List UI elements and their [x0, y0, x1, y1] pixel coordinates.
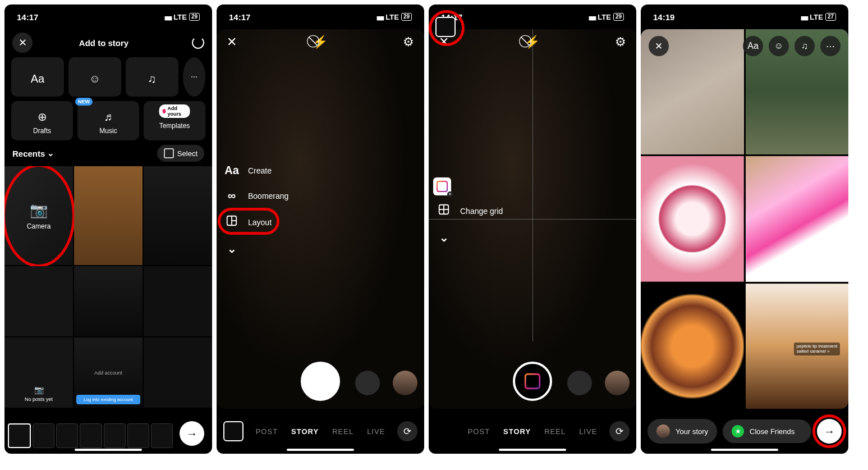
shutter-button[interactable]	[513, 362, 552, 401]
remove-layout-icon[interactable]: ✕	[447, 191, 453, 197]
send-button[interactable]: →	[817, 419, 842, 444]
effect-circle[interactable]	[567, 371, 592, 395]
gallery-item[interactable]	[74, 266, 143, 336]
music-tile[interactable]: NEW ♬ Music	[77, 101, 139, 140]
text-aa-icon: Aa	[224, 164, 239, 177]
layout-cell[interactable]	[746, 156, 849, 281]
gallery-item[interactable]: 📷No posts yet	[4, 337, 73, 408]
network-label: LTE	[598, 13, 611, 21]
highlight-ring	[429, 10, 465, 46]
layout-option[interactable]: Layout	[224, 215, 288, 230]
your-story-button[interactable]: Your story	[647, 419, 717, 444]
status-time: 14:17	[17, 12, 38, 22]
music-note-icon: ♫	[801, 41, 808, 51]
flash-icon[interactable]: ⚡⃠	[313, 35, 328, 49]
status-right: LTE 29	[164, 13, 200, 21]
next-button[interactable]: →	[180, 421, 204, 446]
mode-story[interactable]: STORY	[291, 427, 319, 436]
more-icon: ⋯	[826, 41, 835, 52]
page-title: Add to story	[21, 38, 186, 48]
text-aa-icon: Aa	[747, 41, 759, 51]
templates-tile[interactable]: Add yours Templates	[144, 101, 205, 140]
select-button[interactable]: Select	[157, 145, 204, 162]
drafts-tile[interactable]: ⊕ Drafts	[11, 101, 73, 140]
flip-camera-button[interactable]: ⟳	[397, 421, 417, 441]
create-option[interactable]: AaCreate	[224, 164, 288, 177]
music-note-tile[interactable]: ♫	[126, 57, 178, 97]
flip-camera-button[interactable]: ⟳	[609, 421, 630, 441]
gallery-thumb[interactable]	[435, 17, 456, 37]
signal-icon	[164, 13, 171, 21]
mode-post[interactable]: POST	[468, 427, 490, 436]
gallery-item[interactable]: Add account Log into existing account	[74, 337, 143, 408]
product-tag[interactable]: peptide lip treatmentsalted caramel >	[794, 343, 841, 356]
recents-dropdown[interactable]: Recents⌄	[12, 148, 54, 158]
infinity-icon: ∞	[224, 189, 239, 202]
switch-camera-preview[interactable]	[393, 371, 417, 395]
gallery-item[interactable]	[144, 266, 212, 336]
settings-icon[interactable]: ⚙	[615, 35, 626, 49]
star-icon: ★	[732, 425, 744, 437]
login-label: Log into existing account	[76, 395, 140, 404]
gallery-thumb[interactable]	[223, 421, 244, 441]
gallery-item[interactable]	[4, 266, 73, 336]
shutter-button[interactable]	[301, 362, 340, 401]
layout-active-icon[interactable]: ✕	[433, 177, 451, 195]
drafts-icon: ⊕	[38, 110, 47, 124]
home-indicator	[499, 449, 566, 451]
close-button[interactable]: ✕	[227, 35, 237, 49]
battery-level: 29	[613, 13, 624, 21]
expand-menu[interactable]: ⌄	[437, 231, 503, 244]
battery-level: 27	[825, 13, 836, 21]
chevron-down-icon: ⌄	[47, 148, 54, 158]
gallery-item[interactable]	[74, 166, 143, 265]
mode-live[interactable]: LIVE	[367, 427, 385, 436]
status-right: LTE 29	[376, 13, 412, 21]
signal-icon	[589, 13, 595, 21]
layout-cell[interactable]	[641, 284, 744, 409]
battery-level: 29	[189, 13, 200, 21]
text-aa-icon: Aa	[31, 72, 44, 85]
gallery-item[interactable]	[144, 166, 212, 265]
aa-tile[interactable]: Aa	[11, 57, 64, 97]
battery-level: 29	[401, 13, 412, 21]
more-tile[interactable]: ⋯	[183, 57, 205, 97]
settings-icon[interactable]: ⚙	[403, 35, 414, 49]
noposts-label: 📷No posts yet	[4, 337, 73, 408]
mini-preview-row[interactable]	[8, 423, 173, 448]
mode-story[interactable]: STORY	[503, 427, 531, 436]
highlight-ring	[218, 208, 279, 235]
mode-reel[interactable]: REEL	[544, 427, 566, 436]
music-icon: ♬	[104, 111, 113, 124]
expand-menu[interactable]: ⌄	[224, 242, 288, 255]
text-tool-button[interactable]: Aa	[743, 36, 763, 56]
boomerang-option[interactable]: ∞Boomerang	[224, 189, 288, 202]
chevron-down-icon: ⌄	[437, 231, 451, 244]
layout-cell[interactable]: peptide lip treatmentsalted caramel >	[746, 284, 849, 409]
status-time: 14:17	[229, 12, 250, 22]
network-label: LTE	[173, 13, 187, 21]
more-tool-button[interactable]: ⋯	[820, 36, 841, 56]
sticker-tool-button[interactable]: ☺	[769, 36, 789, 56]
mode-live[interactable]: LIVE	[579, 427, 597, 436]
status-right: LTE 27	[801, 13, 836, 21]
close-friends-button[interactable]: ★ Close Friends	[723, 419, 811, 443]
network-label: LTE	[385, 13, 399, 21]
close-button[interactable]: ✕	[649, 36, 669, 56]
mode-reel[interactable]: REEL	[332, 427, 353, 436]
chevron-down-icon: ⌄	[224, 242, 239, 255]
sticker-icon: ☺	[774, 41, 783, 51]
effect-circle[interactable]	[355, 371, 380, 395]
status-time: 14:19	[653, 12, 674, 22]
camera-cell[interactable]: 📷 Camera	[4, 166, 73, 265]
flash-icon[interactable]: ⚡⃠	[525, 35, 540, 49]
layout-cell[interactable]	[641, 156, 744, 281]
gallery-item[interactable]	[144, 337, 212, 408]
new-badge: NEW	[75, 98, 93, 106]
network-label: LTE	[810, 13, 823, 21]
mode-post[interactable]: POST	[256, 427, 278, 436]
sticker-tile[interactable]: ☺	[68, 57, 121, 97]
music-tool-button[interactable]: ♫	[794, 36, 815, 56]
change-grid-option[interactable]: Change grid	[437, 203, 503, 218]
switch-camera-preview[interactable]	[605, 371, 630, 395]
